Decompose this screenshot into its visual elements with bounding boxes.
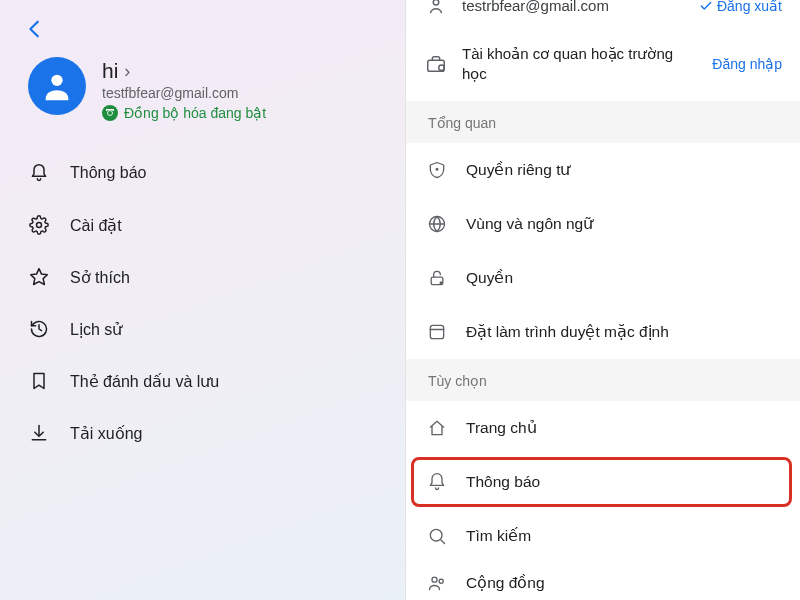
settings-label: Thông báo (466, 473, 540, 491)
svg-point-11 (430, 529, 442, 541)
svg-point-5 (439, 64, 445, 70)
sign-out-link[interactable]: Đăng xuất (699, 0, 782, 14)
svg-point-0 (51, 75, 62, 86)
download-icon (28, 422, 50, 444)
menu-label: Tải xuống (70, 424, 142, 443)
svg-point-6 (436, 168, 438, 170)
check-icon (699, 0, 713, 13)
profile-text: hi › testfbfear@gmail.com Đồng bộ hóa đa… (102, 57, 266, 121)
people-icon (426, 572, 448, 591)
section-header-overview: Tổng quan (406, 101, 800, 143)
settings-item-privacy[interactable]: Quyền riêng tư (406, 143, 800, 197)
menu-item-preferences[interactable]: Sở thích (12, 251, 393, 303)
svg-point-9 (440, 281, 443, 284)
sync-ok-icon (102, 105, 118, 121)
section-header-options: Tùy chọn (406, 359, 800, 401)
settings-label: Quyền (466, 269, 513, 287)
history-icon (28, 318, 50, 340)
menu-item-bookmarks[interactable]: Thẻ đánh dấu và lưu (12, 355, 393, 407)
menu-label: Thẻ đánh dấu và lưu (70, 372, 219, 391)
bookmark-icon (28, 370, 50, 392)
settings-label: Vùng và ngôn ngữ (466, 215, 593, 233)
menu-label: Sở thích (70, 268, 130, 287)
browser-icon (426, 321, 448, 343)
svg-point-13 (439, 579, 443, 583)
menu-label: Lịch sử (70, 320, 122, 339)
sync-status-row: Đồng bộ hóa đang bật (102, 105, 266, 121)
svg-point-12 (432, 577, 437, 582)
settings-label: Trang chủ (466, 419, 537, 437)
sign-in-link[interactable]: Đăng nhập (712, 56, 782, 72)
right-panel: testrbfear@gmail.com Đăng xuất Tài khoản… (406, 0, 800, 600)
menu-item-history[interactable]: Lịch sử (12, 303, 393, 355)
gear-icon (28, 214, 50, 236)
settings-label: Quyền riêng tư (466, 161, 570, 179)
settings-item-search[interactable]: Tìm kiếm (406, 509, 800, 563)
settings-item-community[interactable]: Cộng đồng (406, 563, 800, 591)
search-icon (426, 525, 448, 547)
shield-icon (426, 159, 448, 181)
account-email: testrbfear@gmail.com (462, 0, 685, 16)
person-icon (40, 69, 74, 103)
settings-item-home[interactable]: Trang chủ (406, 401, 800, 455)
work-school-label: Tài khoản cơ quan hoặc trường học (462, 44, 698, 83)
back-arrow-icon (24, 18, 46, 40)
bell-icon (426, 471, 448, 493)
chevron-right-icon: › (124, 61, 130, 82)
svg-marker-2 (31, 269, 48, 285)
globe-icon (426, 213, 448, 235)
profile-email: testfbfear@gmail.com (102, 85, 266, 101)
profile-name: hi (102, 59, 118, 83)
profile-name-row[interactable]: hi › (102, 59, 266, 83)
account-primary-row[interactable]: testrbfear@gmail.com Đăng xuất (406, 0, 800, 30)
settings-label: Cộng đồng (466, 574, 545, 591)
avatar (28, 57, 86, 115)
settings-item-notifications[interactable]: Thông báo (406, 455, 800, 509)
svg-rect-10 (430, 325, 443, 338)
settings-item-permissions[interactable]: Quyền (406, 251, 800, 305)
settings-label: Tìm kiếm (466, 527, 531, 545)
settings-item-region[interactable]: Vùng và ngôn ngữ (406, 197, 800, 251)
profile-block[interactable]: hi › testfbfear@gmail.com Đồng bộ hóa đa… (0, 51, 405, 143)
menu-item-settings[interactable]: Cài đặt (12, 199, 393, 251)
home-icon (426, 417, 448, 439)
svg-point-1 (37, 223, 42, 228)
person-badge-icon (424, 0, 448, 18)
sign-out-label: Đăng xuất (717, 0, 782, 14)
menu-item-downloads[interactable]: Tải xuống (12, 407, 393, 459)
lock-icon (426, 267, 448, 289)
left-panel: hi › testfbfear@gmail.com Đồng bộ hóa đa… (0, 0, 405, 600)
sign-in-label: Đăng nhập (712, 56, 782, 72)
sync-status-label: Đồng bộ hóa đang bật (124, 105, 266, 121)
menu-item-notifications[interactable]: Thông báo (12, 147, 393, 199)
briefcase-icon (424, 52, 448, 76)
account-work-row[interactable]: Tài khoản cơ quan hoặc trường học Đăng n… (406, 30, 800, 101)
bell-icon (28, 162, 50, 184)
left-menu: Thông báo Cài đặt Sở thích Lịch sử Thẻ đ… (0, 143, 405, 463)
menu-label: Cài đặt (70, 216, 122, 235)
back-button[interactable] (0, 10, 66, 51)
svg-point-3 (433, 0, 439, 5)
settings-item-default-browser[interactable]: Đặt làm trình duyệt mặc định (406, 305, 800, 359)
menu-label: Thông báo (70, 164, 147, 182)
settings-label: Đặt làm trình duyệt mặc định (466, 323, 669, 341)
star-icon (28, 266, 50, 288)
